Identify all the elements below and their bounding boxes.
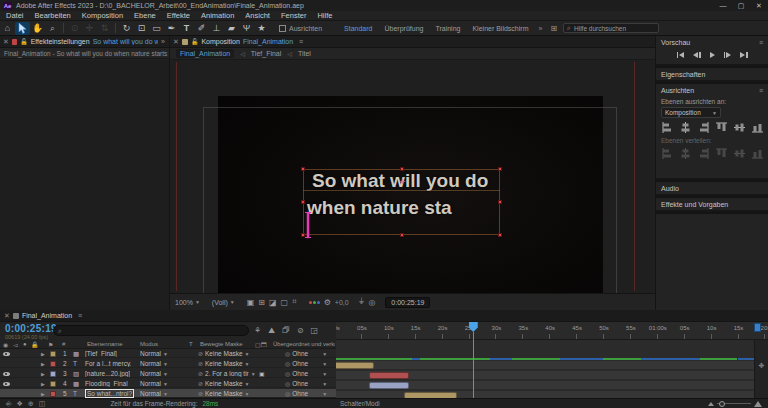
layer-name[interactable]: [nature...20.jpg] (85, 369, 130, 378)
layer-color-swatch[interactable] (50, 349, 56, 358)
audio-column-icon[interactable]: ◅ (13, 341, 18, 348)
hide-shy-layers-icon[interactable]: 🗇 (282, 326, 290, 336)
distribute-button-2[interactable] (680, 148, 691, 159)
properties-panel-title[interactable]: Eigenschaften (661, 71, 705, 78)
zoom-out-mountain-icon[interactable] (708, 402, 714, 406)
guides-options-icon[interactable]: ▢ (281, 298, 289, 307)
menu-hilfe[interactable]: Hilfe (317, 11, 332, 20)
align-top-button[interactable] (716, 122, 727, 133)
layer-color-swatch[interactable] (50, 369, 56, 378)
expand-parent-link-icon[interactable]: ⊕ (28, 400, 34, 408)
align-to-dropdown[interactable]: Komposition▼ (661, 107, 721, 118)
work-area-end-marker[interactable] (754, 323, 761, 332)
selection-handle[interactable] (400, 233, 404, 237)
panel-menu-icon[interactable]: ≡ (759, 39, 763, 46)
tool-pen[interactable]: ✒ (164, 22, 179, 35)
panel-overflow-chevrons[interactable]: » (161, 38, 165, 45)
panel-menu-icon[interactable]: ≡ (78, 312, 82, 319)
magnification-dropdown[interactable]: 100%▼ (175, 299, 200, 306)
layer-parent-dropdown[interactable]: ◎Ohne▼ (285, 389, 327, 398)
lock-icon[interactable]: 🔓 (191, 38, 199, 45)
layer-duration-bar-1[interactable] (336, 362, 374, 369)
first-frame-button[interactable] (677, 52, 685, 58)
layer-twirl-icon[interactable]: ▶ (41, 359, 45, 368)
align-horizontal-center-button[interactable] (680, 122, 691, 133)
distribute-button-6[interactable] (752, 148, 763, 159)
layer-twirl-icon[interactable]: ▶ (41, 369, 45, 378)
menu-datei[interactable]: Datei (6, 11, 24, 20)
workspace-standard[interactable]: Standard (344, 25, 372, 32)
layer-twirl-icon[interactable]: ▶ (41, 349, 45, 358)
parent-column-header[interactable]: Übergeordnet und verkn. (273, 341, 335, 347)
tool-orbit-camera[interactable]: ⊙ (67, 22, 82, 35)
video-column-icon[interactable]: ◉ (3, 341, 8, 348)
align-left-button[interactable] (662, 122, 673, 133)
pan-hand-icon[interactable]: ✥ (755, 362, 768, 370)
expand-keys-icon[interactable]: ◫ (39, 400, 46, 408)
exposure-value[interactable]: +0,0 (335, 299, 349, 306)
timeline-graph-area[interactable]: 00s05s10s15s20s25s30s35s40s45s50s55s01:0… (336, 322, 768, 408)
next-frame-button[interactable] (724, 52, 732, 58)
composition-tab[interactable]: ✕ 🔓 Komposition Final_Animation ≡ (170, 36, 655, 48)
workspace-training[interactable]: Training (435, 25, 460, 32)
layer-matte-dropdown[interactable]: ⊘Keine Maske▼ (198, 349, 250, 358)
effect-controls-tab[interactable]: ✕ 🔓 Effekteinstellungen So what will you… (0, 36, 169, 48)
layer-row-1[interactable]: ▶1▩[Tief_Final]Normal▼⊘Keine Maske▼◎Ohne… (0, 349, 336, 358)
layer-row-5[interactable]: ▶5TSo what...ntrol?Normal▼⊘Keine Maske▼◎… (0, 389, 336, 398)
frame-blending-icon[interactable]: ⊘ (297, 326, 304, 336)
close-icon[interactable]: ✕ (173, 38, 179, 46)
current-time-field[interactable]: 0:00:25:19 (5, 323, 57, 334)
layer-visibility-eye-icon[interactable] (3, 349, 10, 358)
layer-row-4[interactable]: ▶4▩Flooding_FinalNormal▼⊘Keine Maske▼◎Oh… (0, 379, 336, 388)
selection-handle[interactable] (498, 233, 502, 237)
close-icon[interactable]: ✕ (3, 38, 9, 46)
layer-visibility-eye-icon[interactable] (3, 379, 10, 388)
menu-ansicht[interactable]: Ansicht (245, 11, 270, 20)
layer-name[interactable]: Flooding_Final (85, 379, 128, 388)
zoom-in-mountain-icon[interactable] (754, 401, 762, 407)
tool-selection[interactable] (15, 22, 30, 35)
composition-viewer[interactable]: So what will you do when nature sta ✛ (170, 60, 655, 293)
selection-handle[interactable] (301, 200, 305, 204)
layer-name[interactable]: [Tief_Final] (85, 349, 117, 358)
layer-mode-dropdown[interactable]: Normal▼ (140, 349, 168, 358)
panel-menu-icon[interactable]: ≡ (299, 38, 303, 45)
tool-type[interactable]: T (179, 22, 194, 35)
selection-handle[interactable] (498, 200, 502, 204)
t-column-header[interactable]: T (189, 341, 193, 347)
align-bottom-button[interactable] (752, 122, 763, 133)
tool-clone-stamp[interactable]: ⊥ (209, 22, 224, 35)
align-vertical-center-button[interactable] (734, 122, 745, 133)
composition-mini-flowchart-icon[interactable]: ⚘ (254, 326, 261, 336)
layer-duration-bar-2[interactable] (369, 372, 409, 379)
solo-column-icon[interactable]: ● (23, 341, 27, 347)
selection-handle[interactable] (498, 167, 502, 171)
help-search-input[interactable]: ⌕ Hilfe durchsuchen (563, 23, 659, 33)
matte-toggle-icon[interactable]: ▣ (259, 369, 265, 378)
expand-transfer-modes-icon[interactable]: ❖ (17, 400, 23, 408)
previous-frame-button[interactable] (693, 52, 701, 58)
snap-align-toggle[interactable]: Ausrichten (279, 25, 322, 32)
preview-timecode[interactable]: 0:00:25:19 (385, 297, 430, 308)
label-column-icon[interactable]: ⚑ (48, 341, 53, 348)
layer-matte-dropdown[interactable]: ⊘Keine Maske▼ (198, 359, 250, 368)
tool-pan-behind[interactable]: ⊡ (134, 22, 149, 35)
tool-eraser[interactable]: ▰ (224, 22, 239, 35)
layer-parent-dropdown[interactable]: ◎Ohne▼ (285, 359, 327, 368)
switches-modes-button[interactable]: Schalter/Modi (340, 400, 380, 407)
layer-mode-dropdown[interactable]: Normal▼ (140, 369, 168, 378)
layer-color-swatch[interactable] (50, 379, 56, 388)
tool-puppet-pin[interactable]: ★ (254, 22, 269, 35)
show-snapshot-icon[interactable]: ◎ (368, 298, 375, 307)
selection-handle[interactable] (301, 167, 305, 171)
layer-parent-dropdown[interactable]: ◎Ohne▼ (285, 349, 327, 358)
draft-3d-icon[interactable]: ⛰ (268, 326, 275, 336)
layer-mode-dropdown[interactable]: Normal▼ (140, 359, 168, 368)
transparency-grid-icon[interactable]: ⊞ (258, 298, 265, 307)
crumb-final-animation[interactable]: Final_Animation (176, 49, 234, 58)
lock-icon[interactable]: 🔓 (20, 38, 28, 45)
tool-home[interactable]: ⌂ (0, 22, 15, 35)
channel-icon[interactable] (309, 301, 320, 304)
layer-row-3[interactable]: ▶3▨[nature...20.jpg]Normal▼⊘2. For a lon… (0, 369, 336, 378)
align-panel-title[interactable]: Ausrichten (661, 87, 694, 94)
